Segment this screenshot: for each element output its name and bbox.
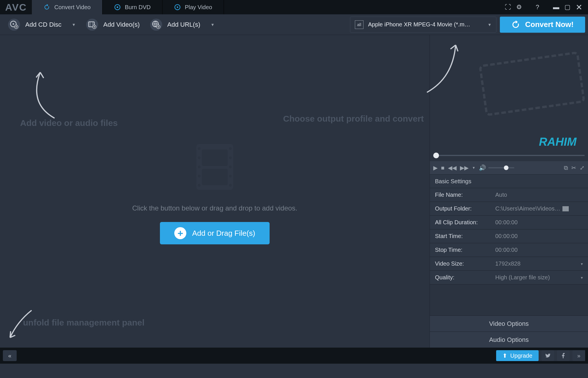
drop-instruction: Click the button below or drag and drop … bbox=[132, 204, 297, 212]
add-videos-button[interactable]: Add Video(s) bbox=[81, 17, 145, 33]
preview-area: RAHIM bbox=[430, 35, 588, 150]
window-controls: ⛶ ⚙ ? ▬ ▢ ✕ bbox=[505, 3, 588, 12]
disc-plus-icon bbox=[8, 19, 20, 31]
screen-icon[interactable]: ⛶ bbox=[505, 3, 511, 11]
disc-icon bbox=[114, 4, 121, 11]
svg-point-21 bbox=[229, 175, 232, 178]
drop-area[interactable]: Add video or audio files Choose output p… bbox=[0, 35, 430, 348]
add-or-drag-files-button[interactable]: + Add or Drag File(s) bbox=[160, 222, 270, 244]
row-file-name: File Name: Auto bbox=[430, 188, 588, 202]
seek-bar[interactable] bbox=[430, 150, 588, 161]
watermark: RAHIM bbox=[539, 135, 577, 148]
hint-unfold-panel: unfold file management panel bbox=[23, 318, 144, 328]
chevron-down-icon: ▾ bbox=[581, 275, 583, 280]
snapshot-icon[interactable]: ⧉ bbox=[564, 165, 568, 171]
footer-right: ⬆ Upgrade » bbox=[496, 350, 585, 361]
refresh-icon bbox=[511, 20, 520, 29]
row-stop-time: Stop Time: 00:00:00 bbox=[430, 243, 588, 257]
player-controls: ▶ ■ ◀◀ ▶▶ ▼ 🔊 ⧉ ✂ ⤢ bbox=[430, 161, 588, 174]
label: Video Size: bbox=[435, 260, 495, 267]
panel-header: Basic Settings bbox=[430, 174, 588, 188]
convert-now-button[interactable]: Convert Now! bbox=[500, 17, 585, 33]
svg-point-18 bbox=[229, 147, 232, 150]
chevron-down-icon: ▼ bbox=[72, 22, 76, 27]
add-cd-disc-button[interactable]: Add CD Disc ▼ bbox=[3, 17, 81, 33]
value[interactable]: C:\Users\Aimee\Videos… bbox=[495, 205, 560, 212]
next-icon[interactable]: ▶▶ bbox=[460, 164, 469, 171]
chevron-down-icon[interactable]: ▼ bbox=[472, 166, 475, 170]
video-options-button[interactable]: Video Options bbox=[430, 315, 588, 332]
globe-plus-icon bbox=[150, 19, 162, 31]
hint-arrow-icon bbox=[421, 41, 467, 95]
value: 00:00:00 bbox=[495, 219, 518, 226]
svg-rect-11 bbox=[202, 149, 228, 166]
button-label: Add Video(s) bbox=[103, 21, 140, 28]
value[interactable]: 00:00:00 bbox=[495, 247, 518, 253]
button-label: Convert Now! bbox=[525, 20, 574, 29]
refresh-icon bbox=[43, 4, 50, 11]
button-label: Add or Drag File(s) bbox=[192, 229, 255, 238]
cut-icon[interactable]: ✂ bbox=[571, 164, 576, 171]
row-quality[interactable]: Quality: High (Larger file size) ▾ bbox=[430, 271, 588, 285]
value[interactable]: Auto bbox=[495, 192, 507, 198]
hint-choose-output: Choose output profile and convert bbox=[283, 114, 424, 124]
output-profile-dropdown[interactable]: all Apple iPhone XR MPEG-4 Movie (*.m… ▼ bbox=[350, 17, 496, 33]
profile-label: Apple iPhone XR MPEG-4 Movie (*.m… bbox=[368, 21, 478, 28]
svg-point-15 bbox=[198, 165, 201, 168]
hint-add-files: Add video or audio files bbox=[20, 118, 118, 128]
label: Quality: bbox=[435, 274, 495, 281]
tab-convert-video[interactable]: Convert Video bbox=[32, 0, 102, 14]
hint-arrow-icon bbox=[20, 69, 57, 121]
expand-panel-button[interactable]: « bbox=[3, 350, 17, 361]
film-placeholder-icon bbox=[192, 138, 238, 196]
stop-icon[interactable]: ■ bbox=[441, 165, 444, 171]
row-start-time: Start Time: 00:00:00 bbox=[430, 229, 588, 243]
twitter-icon[interactable] bbox=[541, 350, 554, 361]
toolbar: Add CD Disc ▼ Add Video(s) Add URL(s) ▼ … bbox=[0, 14, 588, 35]
svg-point-20 bbox=[229, 165, 232, 168]
row-all-clip-duration: All Clip Duration: 00:00:00 bbox=[430, 216, 588, 229]
seek-thumb[interactable] bbox=[433, 153, 439, 158]
folder-icon[interactable] bbox=[562, 206, 569, 211]
tab-label: Burn DVD bbox=[125, 4, 151, 11]
volume-thumb[interactable] bbox=[504, 165, 508, 170]
profile-all-icon: all bbox=[355, 20, 363, 29]
button-label: Upgrade bbox=[510, 352, 532, 359]
label: Start Time: bbox=[435, 233, 495, 239]
gear-icon[interactable]: ⚙ bbox=[516, 3, 522, 11]
facebook-icon[interactable] bbox=[557, 350, 570, 361]
tab-burn-dvd[interactable]: Burn DVD bbox=[102, 0, 163, 14]
help-icon[interactable]: ? bbox=[536, 3, 539, 11]
main-tabs: Convert Video Burn DVD Play Video bbox=[32, 0, 224, 14]
row-video-size[interactable]: Video Size: 1792x828 ▾ bbox=[430, 257, 588, 271]
row-output-folder: Output Folder: C:\Users\Aimee\Videos… bbox=[430, 202, 588, 216]
svg-point-14 bbox=[198, 156, 201, 159]
film-plus-icon bbox=[86, 19, 98, 31]
play-icon bbox=[174, 4, 181, 11]
volume-control[interactable]: 🔊 bbox=[479, 164, 514, 171]
basic-settings-panel: Basic Settings File Name: Auto Output Fo… bbox=[430, 174, 588, 285]
upgrade-button[interactable]: ⬆ Upgrade bbox=[496, 350, 539, 361]
more-icon[interactable]: » bbox=[572, 350, 585, 361]
play-icon[interactable]: ▶ bbox=[433, 164, 438, 171]
prev-icon[interactable]: ◀◀ bbox=[448, 164, 457, 171]
audio-options-button[interactable]: Audio Options bbox=[430, 332, 588, 348]
side-panel: RAHIM ▶ ■ ◀◀ ▶▶ ▼ 🔊 ⧉ ✂ ⤢ Basic Settings… bbox=[430, 35, 588, 348]
titlebar: AVC Convert Video Burn DVD Play Video ⛶ … bbox=[0, 0, 588, 14]
value[interactable]: 00:00:00 bbox=[495, 233, 518, 239]
tab-label: Play Video bbox=[185, 4, 212, 11]
tab-play-video[interactable]: Play Video bbox=[163, 0, 224, 14]
expand-icon[interactable]: ⤢ bbox=[580, 164, 585, 171]
footer: « ⬆ Upgrade » bbox=[0, 348, 588, 364]
add-urls-button[interactable]: Add URL(s) ▼ bbox=[145, 17, 220, 33]
app-logo: AVC bbox=[0, 2, 32, 13]
minimize-icon[interactable]: ▬ bbox=[553, 3, 559, 11]
tab-label: Convert Video bbox=[54, 4, 90, 11]
maximize-icon[interactable]: ▢ bbox=[564, 3, 570, 11]
svg-point-17 bbox=[198, 184, 201, 187]
chevron-down-icon: ▼ bbox=[488, 22, 492, 27]
main-content: Add video or audio files Choose output p… bbox=[0, 35, 588, 348]
close-icon[interactable]: ✕ bbox=[576, 3, 582, 12]
label: File Name: bbox=[435, 192, 495, 198]
chevron-down-icon: ▼ bbox=[210, 22, 214, 27]
